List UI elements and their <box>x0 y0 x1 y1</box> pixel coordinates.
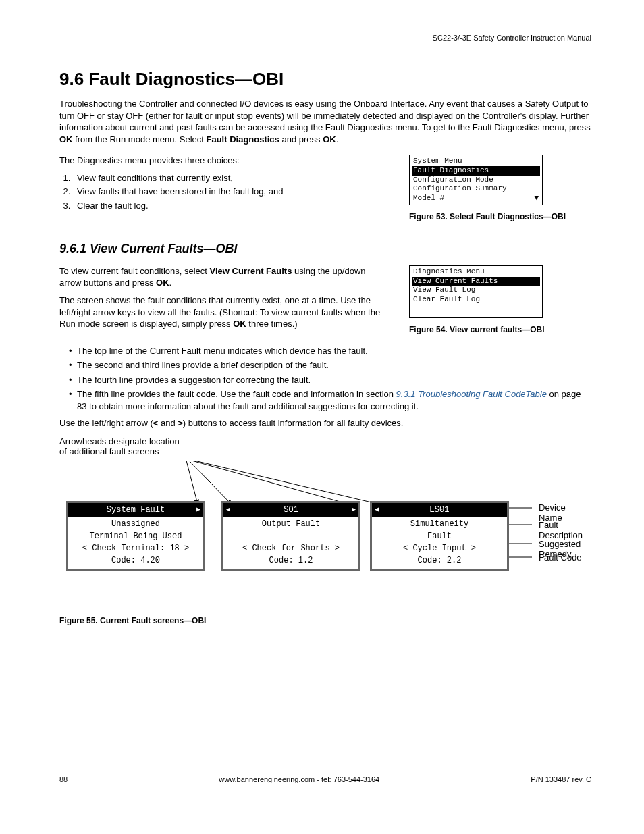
fault-line: Code: 1.2 <box>226 554 356 567</box>
triangle-right-icon <box>500 504 504 515</box>
text: . <box>336 134 339 145</box>
annotation-fault-description: Fault Description <box>539 520 591 540</box>
svg-line-3 <box>194 461 380 504</box>
fault-line: Terminal Being Used <box>71 530 200 542</box>
fault-line: Simultaneity <box>375 518 504 530</box>
text-bold: > <box>178 418 183 428</box>
svg-line-0 <box>186 461 198 504</box>
vcf-paragraph-2: The screen shows the fault conditions th… <box>59 294 389 330</box>
fault-line: < Cycle Input > <box>375 542 504 554</box>
fault-line: Unassigned <box>71 518 200 530</box>
header-manual-title: SC22-3/-3E Safety Controller Instruction… <box>59 34 591 42</box>
fault-screen-1: System Fault ▶ Unassigned Terminal Being… <box>66 501 205 571</box>
menu-item-selected: View Current Faults <box>412 277 540 286</box>
fault-line: Code: 2.2 <box>375 554 504 567</box>
list-item: Clear the fault log. <box>73 200 389 212</box>
text: from the Run mode menu. Select <box>73 134 207 145</box>
fault-screens-diagram: System Fault ▶ Unassigned Terminal Being… <box>59 461 591 609</box>
fault-screen-3: ◀ ES01 Simultaneity Fault < Cycle Input … <box>370 501 509 571</box>
fault-line: < Check for Shorts > <box>226 542 356 554</box>
text-bold: OK <box>59 134 73 145</box>
fault-screen-2: ◀ SO1 ▶ Output Fault < Check for Shorts … <box>221 501 360 571</box>
figure-caption: Figure 54. View current faults—OBI <box>409 325 591 334</box>
intro-paragraph: Troubleshooting the Controller and conne… <box>59 98 591 145</box>
system-menu-screenshot: System Menu Fault Diagnostics Configurat… <box>409 155 543 205</box>
svg-line-1 <box>189 461 232 504</box>
text: three times.) <box>246 319 298 329</box>
diagnostics-menu-screenshot: Diagnostics Menu View Current Faults Vie… <box>409 265 543 318</box>
fault-line: Fault <box>375 530 504 542</box>
subsection-heading: 9.6.1 View Current Faults—OBI <box>59 242 591 256</box>
text: To view current fault conditions, select <box>59 266 210 276</box>
text-bold: OK <box>156 278 169 288</box>
triangle-left-icon: ◀ <box>226 504 230 515</box>
menu-item: Clear Fault Log <box>412 295 540 305</box>
text-bold: OK <box>233 319 246 329</box>
text: Use the left/right arrow ( <box>59 418 153 428</box>
list-item: The second and third lines provide a bri… <box>69 359 591 371</box>
text: and <box>158 418 178 428</box>
text: The screen shows the fault conditions th… <box>59 295 380 329</box>
text: Troubleshooting the Controller and conne… <box>59 99 591 132</box>
section-heading: 9.6 Fault Diagnostics—OBI <box>59 69 591 90</box>
figure-caption: Figure 53. Select Fault Diagnostics—OBI <box>409 212 591 221</box>
text-bold: OK <box>323 134 336 145</box>
text-bold: View Current Faults <box>210 266 292 276</box>
menu-item: Configuration Summary <box>412 184 540 194</box>
crossref-link[interactable]: 9.3.1 Troubleshooting Fault CodeTable <box>396 389 547 399</box>
figure-caption: Figure 55. Current Fault screens—OBI <box>59 616 591 625</box>
fault-line: Output Fault <box>226 518 356 530</box>
annotation-fault-code: Fault Code <box>539 552 582 563</box>
menu-item: Configuration Mode <box>412 176 540 185</box>
menu-title: Diagnostics Menu <box>412 267 540 277</box>
menu-item-selected: Fault Diagnostics <box>412 166 540 176</box>
footer-partnumber: P/N 133487 rev. C <box>531 775 591 783</box>
chevron-down-icon: ▼ <box>534 194 539 203</box>
page-number: 88 <box>59 775 68 783</box>
svg-line-2 <box>192 461 350 504</box>
list-item: View fault conditions that currently exi… <box>73 172 389 184</box>
fault-lines-list: The top line of the Current Fault menu i… <box>69 345 591 413</box>
list-item: The fourth line provides a suggestion fo… <box>69 374 591 386</box>
triangle-right-icon: ▶ <box>196 504 200 515</box>
menu-title: System Menu <box>412 157 540 166</box>
fault-line: < Check Terminal: 18 > <box>71 542 200 554</box>
text: ) buttons to access fault information fo… <box>183 418 404 428</box>
diag-choices-list: View fault conditions that currently exi… <box>73 172 389 212</box>
page-footer: 88 www.bannerengineering.com - tel: 763-… <box>59 775 591 783</box>
menu-item: Model # <box>413 194 444 203</box>
fault-header: SO1 <box>284 504 298 516</box>
text-bold: Fault Diagnostics <box>206 134 279 145</box>
fault-line: Code: 4.20 <box>71 554 200 567</box>
text: The fifth line provides the fault code. … <box>77 389 396 399</box>
fault-header: ES01 <box>430 504 450 516</box>
triangle-right-icon: ▶ <box>352 504 356 515</box>
arrowhead-caption: of additional fault screens <box>59 446 591 457</box>
use-arrows-text: Use the left/right arrow (< and >) butto… <box>59 417 591 429</box>
diag-intro: The Diagnostics menu provides three choi… <box>59 155 389 167</box>
footer-contact: www.bannerengineering.com - tel: 763-544… <box>219 775 379 783</box>
fault-header: System Fault <box>107 504 165 516</box>
text: . <box>169 278 172 288</box>
list-item: View faults that have been stored in the… <box>73 186 389 198</box>
menu-item: View Fault Log <box>412 286 540 295</box>
text: and press <box>279 134 323 145</box>
arrowhead-caption: Arrowheads designate location <box>59 436 591 446</box>
triangle-left-icon: ◀ <box>375 504 379 515</box>
list-item: The fifth line provides the fault code. … <box>69 388 591 412</box>
fault-line <box>226 530 356 542</box>
list-item: The top line of the Current Fault menu i… <box>69 345 591 357</box>
vcf-paragraph-1: To view current fault conditions, select… <box>59 265 389 289</box>
triangle-left-icon <box>71 504 75 515</box>
